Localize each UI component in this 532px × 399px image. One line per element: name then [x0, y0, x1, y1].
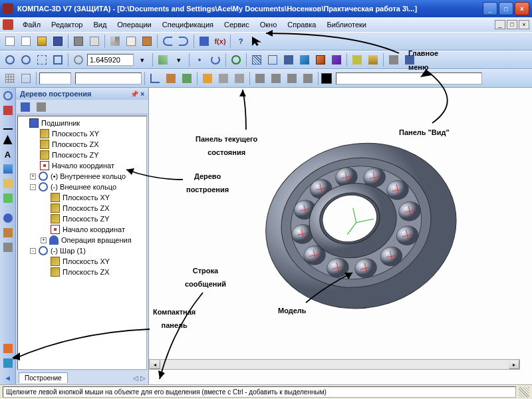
zoom-dd-button[interactable]: ▾ [135, 53, 150, 67]
load2-button[interactable] [269, 71, 283, 86]
paste-button[interactable] [140, 34, 154, 49]
load1-button[interactable] [253, 71, 267, 86]
tree-tb1-button[interactable] [18, 100, 33, 114]
menu-вид[interactable]: Вид [88, 19, 112, 30]
copy-button[interactable] [124, 34, 138, 49]
tree-pin-icon[interactable]: 📌 × [130, 90, 144, 98]
cp-symbols-button[interactable] [1, 133, 15, 146]
undo-button[interactable] [160, 34, 175, 49]
display-perspective-button[interactable] [329, 53, 344, 67]
rotate-button[interactable] [208, 53, 223, 67]
display-hidden-button[interactable] [265, 53, 280, 67]
cp-ops-button[interactable] [1, 162, 15, 176]
tree-item[interactable]: -(-) Шар (1) [19, 245, 145, 256]
simplify-button[interactable] [350, 53, 364, 67]
cp-measure-button[interactable] [1, 211, 15, 225]
ortho-button[interactable] [148, 71, 162, 86]
viewport-3d[interactable] [149, 88, 532, 384]
tree-tb2-button[interactable] [34, 100, 49, 114]
tree-origin[interactable]: Начало координат [19, 160, 145, 171]
mdi-close-button[interactable]: × [519, 20, 529, 29]
help-button[interactable]: ? [233, 34, 248, 49]
cp-report-button[interactable] [1, 356, 15, 370]
load3-button[interactable] [285, 71, 299, 86]
layers-button[interactable] [386, 53, 401, 67]
section-button[interactable] [366, 53, 380, 67]
zoom-window-button[interactable] [35, 53, 49, 67]
maximize-button[interactable]: □ [499, 2, 513, 15]
menu-спецификация[interactable]: Спецификация [157, 19, 219, 30]
cut-button[interactable] [108, 34, 122, 49]
orient-button[interactable] [156, 53, 170, 67]
tree-origin[interactable]: Начало координат [19, 224, 145, 235]
pan-button[interactable] [192, 53, 207, 67]
zoom-in-button[interactable] [3, 53, 17, 67]
tree-root[interactable]: Подшипник [19, 118, 145, 128]
cp-lib-button[interactable] [1, 342, 15, 355]
tree-tab-nav[interactable]: ◁ ▷ [133, 374, 146, 382]
tree-item[interactable]: -(-) Внешнее кольцо [19, 182, 145, 192]
cp-dim-button[interactable] [1, 118, 15, 132]
mark2-button[interactable] [216, 71, 231, 86]
menu-справка[interactable]: Справка [282, 19, 321, 30]
snap-button[interactable] [19, 71, 33, 86]
display-nohidden-button[interactable] [281, 53, 296, 67]
tree-tab[interactable]: Построение [19, 372, 68, 383]
display-wireframe-button[interactable] [249, 53, 264, 67]
zoom-fit-button[interactable] [51, 53, 65, 67]
orient-dd-button[interactable]: ▾ [172, 53, 186, 67]
menu-библиотеки[interactable]: Библиотеки [321, 19, 372, 30]
tree-plane[interactable]: Плоскость XY [19, 256, 145, 267]
cp-surface-button[interactable] [1, 177, 15, 190]
h-scrollbar[interactable]: ◂▸ [149, 359, 520, 370]
help-cursor-button[interactable] [249, 34, 264, 49]
tree-plane[interactable]: Плоскость ZX [19, 267, 145, 277]
redo-button[interactable] [176, 34, 191, 49]
close-button[interactable]: × [515, 2, 529, 15]
menu-сервис[interactable]: Сервис [219, 19, 255, 30]
minimize-button[interactable]: _ [483, 2, 497, 15]
variables-button[interactable]: f(x) [213, 34, 227, 49]
model-tree[interactable]: ПодшипникПлоскость XYПлоскость ZXПлоскос… [17, 116, 147, 370]
options-button[interactable] [402, 53, 417, 67]
display-shaded-button[interactable] [297, 53, 312, 67]
tree-plane[interactable]: Плоскость XY [19, 192, 145, 203]
cp-spec-button[interactable] [1, 241, 15, 254]
tree-op[interactable]: +Операция вращения [19, 235, 145, 245]
tree-plane[interactable]: Плоскость ZY [19, 150, 145, 160]
new-dd-button[interactable] [19, 34, 33, 49]
grid-button[interactable] [3, 71, 17, 86]
menu-редактор[interactable]: Редактор [46, 19, 88, 30]
assoc-button[interactable] [164, 71, 178, 86]
cp-filter-button[interactable] [1, 226, 15, 239]
preview-button[interactable] [87, 34, 102, 49]
open-button[interactable] [35, 34, 49, 49]
tree-plane[interactable]: Плоскость XY [19, 128, 145, 139]
load4-button[interactable] [301, 71, 315, 86]
layer-field[interactable] [39, 72, 71, 84]
tree-plane[interactable]: Плоскость ZX [19, 139, 145, 150]
param-button[interactable] [180, 71, 194, 86]
print-button[interactable] [71, 34, 86, 49]
refresh-button[interactable] [229, 53, 243, 67]
mark3-button[interactable] [232, 71, 247, 86]
new-button[interactable] [3, 34, 17, 49]
color-black-well[interactable] [321, 73, 332, 84]
menu-файл[interactable]: Файл [17, 19, 46, 30]
tree-plane[interactable]: Плоскость ZX [19, 203, 145, 213]
style-field[interactable] [75, 72, 142, 84]
cp-edit-button[interactable] [1, 104, 15, 117]
mdi-restore-button[interactable]: □ [507, 20, 517, 29]
cp-geometry-button[interactable] [1, 89, 15, 102]
cp-aux-button[interactable] [1, 192, 15, 205]
menu-операции[interactable]: Операции [112, 19, 156, 30]
mark1-button[interactable] [200, 71, 215, 86]
zoom-field[interactable] [87, 54, 134, 66]
cp-text-button[interactable]: A [1, 148, 15, 161]
mdi-minimize-button[interactable]: _ [495, 20, 505, 29]
properties-button[interactable] [197, 34, 211, 49]
zoom-out-button[interactable] [19, 53, 33, 67]
save-button[interactable] [51, 34, 65, 49]
menu-окно[interactable]: Окно [255, 19, 283, 30]
cp-left-arrow-icon[interactable]: ◂ [1, 371, 15, 384]
